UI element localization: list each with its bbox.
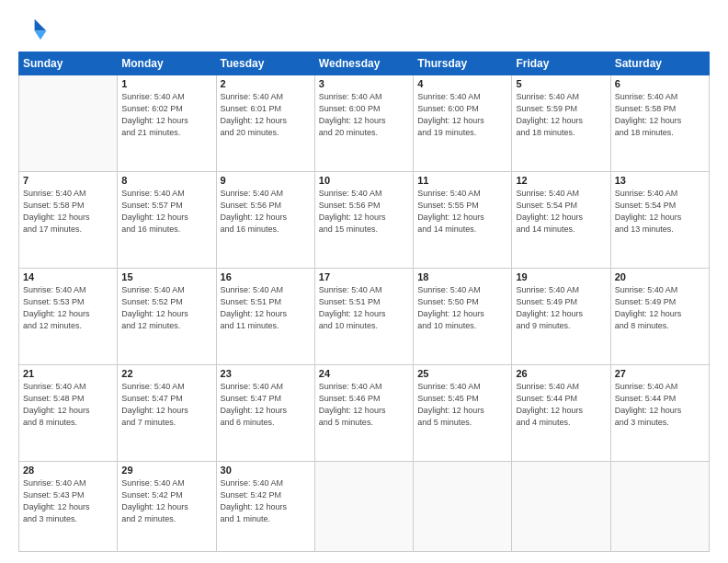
day-info: Sunrise: 5:40 AM Sunset: 5:51 PM Dayligh… — [221, 284, 311, 332]
day-info: Sunrise: 5:40 AM Sunset: 5:54 PM Dayligh… — [516, 188, 606, 236]
day-info: Sunrise: 5:40 AM Sunset: 6:01 PM Dayligh… — [221, 91, 311, 139]
calendar-cell: 13Sunrise: 5:40 AM Sunset: 5:54 PM Dayli… — [610, 171, 709, 268]
weekday-header-wednesday: Wednesday — [314, 52, 413, 75]
day-info: Sunrise: 5:40 AM Sunset: 5:43 PM Dayligh… — [23, 477, 113, 525]
weekday-header-row: SundayMondayTuesdayWednesdayThursdayFrid… — [19, 52, 710, 75]
calendar-cell: 23Sunrise: 5:40 AM Sunset: 5:47 PM Dayli… — [216, 364, 314, 461]
weekday-header-saturday: Saturday — [610, 52, 709, 75]
calendar-cell: 8Sunrise: 5:40 AM Sunset: 5:57 PM Daylig… — [118, 171, 216, 268]
day-number: 22 — [121, 368, 211, 379]
calendar-cell: 3Sunrise: 5:40 AM Sunset: 6:00 PM Daylig… — [314, 75, 413, 172]
day-info: Sunrise: 5:40 AM Sunset: 5:56 PM Dayligh… — [221, 188, 311, 236]
day-info: Sunrise: 5:40 AM Sunset: 5:55 PM Dayligh… — [417, 188, 507, 236]
calendar-cell: 9Sunrise: 5:40 AM Sunset: 5:56 PM Daylig… — [216, 171, 314, 268]
calendar-cell: 12Sunrise: 5:40 AM Sunset: 5:54 PM Dayli… — [512, 171, 610, 268]
day-number: 5 — [516, 78, 606, 89]
day-info: Sunrise: 5:40 AM Sunset: 5:42 PM Dayligh… — [121, 477, 211, 525]
day-info: Sunrise: 5:40 AM Sunset: 5:47 PM Dayligh… — [221, 381, 311, 429]
day-number: 29 — [121, 465, 211, 476]
day-number: 8 — [121, 175, 211, 186]
svg-marker-0 — [35, 19, 47, 31]
calendar-cell: 18Sunrise: 5:40 AM Sunset: 5:50 PM Dayli… — [414, 268, 512, 364]
day-info: Sunrise: 5:40 AM Sunset: 6:00 PM Dayligh… — [417, 91, 507, 139]
day-info: Sunrise: 5:40 AM Sunset: 5:44 PM Dayligh… — [615, 381, 705, 429]
day-number: 30 — [221, 465, 311, 476]
day-info: Sunrise: 5:40 AM Sunset: 5:58 PM Dayligh… — [23, 188, 113, 236]
calendar-week-row: 14Sunrise: 5:40 AM Sunset: 5:53 PM Dayli… — [19, 268, 710, 364]
header — [18, 15, 710, 44]
day-number: 6 — [615, 78, 705, 89]
weekday-header-monday: Monday — [118, 52, 216, 75]
day-info: Sunrise: 5:40 AM Sunset: 5:51 PM Dayligh… — [319, 284, 409, 332]
day-info: Sunrise: 5:40 AM Sunset: 5:47 PM Dayligh… — [121, 381, 211, 429]
weekday-header-thursday: Thursday — [414, 52, 512, 75]
day-info: Sunrise: 5:40 AM Sunset: 5:53 PM Dayligh… — [23, 284, 113, 332]
calendar: SundayMondayTuesdayWednesdayThursdayFrid… — [18, 52, 710, 552]
calendar-cell — [610, 461, 709, 551]
logo-icon — [18, 15, 48, 44]
calendar-week-row: 1Sunrise: 5:40 AM Sunset: 6:02 PM Daylig… — [19, 75, 710, 172]
day-number: 16 — [221, 271, 311, 282]
day-number: 12 — [516, 175, 606, 186]
day-info: Sunrise: 5:40 AM Sunset: 5:56 PM Dayligh… — [319, 188, 409, 236]
calendar-cell: 7Sunrise: 5:40 AM Sunset: 5:58 PM Daylig… — [19, 171, 118, 268]
weekday-header-tuesday: Tuesday — [216, 52, 314, 75]
calendar-cell: 15Sunrise: 5:40 AM Sunset: 5:52 PM Dayli… — [118, 268, 216, 364]
calendar-week-row: 7Sunrise: 5:40 AM Sunset: 5:58 PM Daylig… — [19, 171, 710, 268]
weekday-header-friday: Friday — [512, 52, 610, 75]
day-number: 20 — [615, 271, 705, 282]
calendar-cell: 1Sunrise: 5:40 AM Sunset: 6:02 PM Daylig… — [118, 75, 216, 172]
calendar-cell: 25Sunrise: 5:40 AM Sunset: 5:45 PM Dayli… — [414, 364, 512, 461]
logo — [18, 15, 51, 44]
calendar-cell: 21Sunrise: 5:40 AM Sunset: 5:48 PM Dayli… — [19, 364, 118, 461]
day-number: 4 — [417, 78, 507, 89]
day-number: 28 — [23, 465, 113, 476]
day-info: Sunrise: 5:40 AM Sunset: 5:42 PM Dayligh… — [221, 477, 311, 525]
day-number: 1 — [121, 78, 211, 89]
calendar-cell — [414, 461, 512, 551]
day-number: 19 — [516, 271, 606, 282]
calendar-cell: 6Sunrise: 5:40 AM Sunset: 5:58 PM Daylig… — [610, 75, 709, 172]
calendar-cell: 16Sunrise: 5:40 AM Sunset: 5:51 PM Dayli… — [216, 268, 314, 364]
day-number: 25 — [417, 368, 507, 379]
day-number: 21 — [23, 368, 113, 379]
day-info: Sunrise: 5:40 AM Sunset: 5:44 PM Dayligh… — [516, 381, 606, 429]
weekday-header-sunday: Sunday — [19, 52, 118, 75]
calendar-cell — [512, 461, 610, 551]
day-info: Sunrise: 5:40 AM Sunset: 5:57 PM Dayligh… — [121, 188, 211, 236]
day-info: Sunrise: 5:40 AM Sunset: 5:48 PM Dayligh… — [23, 381, 113, 429]
day-number: 3 — [319, 78, 409, 89]
day-number: 23 — [221, 368, 311, 379]
calendar-week-row: 28Sunrise: 5:40 AM Sunset: 5:43 PM Dayli… — [19, 461, 710, 551]
day-number: 26 — [516, 368, 606, 379]
day-number: 9 — [221, 175, 311, 186]
calendar-cell: 28Sunrise: 5:40 AM Sunset: 5:43 PM Dayli… — [19, 461, 118, 551]
day-number: 11 — [417, 175, 507, 186]
svg-marker-1 — [35, 31, 47, 40]
day-info: Sunrise: 5:40 AM Sunset: 6:02 PM Dayligh… — [121, 91, 211, 139]
day-info: Sunrise: 5:40 AM Sunset: 6:00 PM Dayligh… — [319, 91, 409, 139]
day-info: Sunrise: 5:40 AM Sunset: 5:46 PM Dayligh… — [319, 381, 409, 429]
day-number: 24 — [319, 368, 409, 379]
day-number: 10 — [319, 175, 409, 186]
day-info: Sunrise: 5:40 AM Sunset: 5:52 PM Dayligh… — [121, 284, 211, 332]
day-info: Sunrise: 5:40 AM Sunset: 5:49 PM Dayligh… — [615, 284, 705, 332]
calendar-cell — [19, 75, 118, 172]
day-number: 14 — [23, 271, 113, 282]
day-info: Sunrise: 5:40 AM Sunset: 5:59 PM Dayligh… — [516, 91, 606, 139]
calendar-cell: 11Sunrise: 5:40 AM Sunset: 5:55 PM Dayli… — [414, 171, 512, 268]
day-number: 18 — [417, 271, 507, 282]
calendar-cell: 10Sunrise: 5:40 AM Sunset: 5:56 PM Dayli… — [314, 171, 413, 268]
day-info: Sunrise: 5:40 AM Sunset: 5:54 PM Dayligh… — [615, 188, 705, 236]
day-info: Sunrise: 5:40 AM Sunset: 5:49 PM Dayligh… — [516, 284, 606, 332]
calendar-cell: 19Sunrise: 5:40 AM Sunset: 5:49 PM Dayli… — [512, 268, 610, 364]
day-number: 7 — [23, 175, 113, 186]
day-number: 13 — [615, 175, 705, 186]
page: SundayMondayTuesdayWednesdayThursdayFrid… — [0, 0, 728, 563]
day-info: Sunrise: 5:40 AM Sunset: 5:58 PM Dayligh… — [615, 91, 705, 139]
calendar-cell: 26Sunrise: 5:40 AM Sunset: 5:44 PM Dayli… — [512, 364, 610, 461]
calendar-cell: 29Sunrise: 5:40 AM Sunset: 5:42 PM Dayli… — [118, 461, 216, 551]
day-number: 27 — [615, 368, 705, 379]
calendar-week-row: 21Sunrise: 5:40 AM Sunset: 5:48 PM Dayli… — [19, 364, 710, 461]
day-number: 15 — [121, 271, 211, 282]
